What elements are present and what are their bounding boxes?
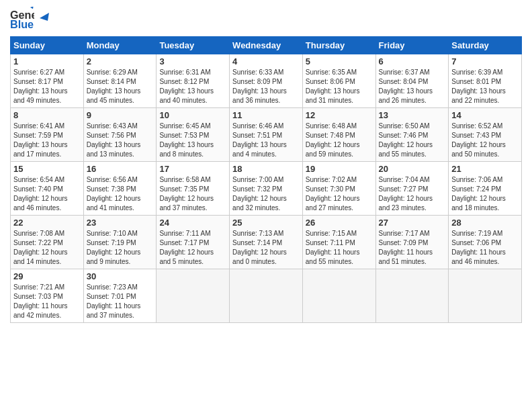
day-info: Sunrise: 6:54 AMSunset: 7:40 PMDaylight:… <box>13 175 81 213</box>
day-info: Sunrise: 6:33 AMSunset: 8:09 PMDaylight:… <box>232 68 300 105</box>
day-info: Sunrise: 7:02 AMSunset: 7:30 PMDaylight:… <box>306 175 373 213</box>
calendar-cell: 21Sunrise: 7:06 AMSunset: 7:24 PMDayligh… <box>449 162 522 216</box>
calendar-cell: 25Sunrise: 7:13 AMSunset: 7:14 PMDayligh… <box>230 216 303 269</box>
calendar-cell: 20Sunrise: 7:04 AMSunset: 7:27 PMDayligh… <box>375 162 449 216</box>
calendar-cell: 26Sunrise: 7:15 AMSunset: 7:11 PMDayligh… <box>302 216 375 269</box>
calendar-cell: 1Sunrise: 6:27 AMSunset: 8:17 PMDaylight… <box>11 54 84 108</box>
day-info: Sunrise: 7:17 AMSunset: 7:09 PMDaylight:… <box>379 229 446 267</box>
day-info: Sunrise: 6:29 AMSunset: 8:14 PMDaylight:… <box>87 68 154 105</box>
day-number: 6 <box>379 56 446 66</box>
calendar-cell: 23Sunrise: 7:10 AMSunset: 7:19 PMDayligh… <box>83 216 157 269</box>
calendar-cell: 28Sunrise: 7:19 AMSunset: 7:06 PMDayligh… <box>449 216 522 269</box>
calendar-cell: 6Sunrise: 6:37 AMSunset: 8:04 PMDaylight… <box>375 54 449 108</box>
calendar-week-1: 8Sunrise: 6:41 AMSunset: 7:59 PMDaylight… <box>11 108 522 162</box>
calendar-cell <box>230 269 303 323</box>
day-number: 3 <box>159 56 226 66</box>
calendar-cell: 4Sunrise: 6:33 AMSunset: 8:09 PMDaylight… <box>230 54 303 108</box>
day-number: 19 <box>306 164 373 174</box>
day-number: 10 <box>159 110 226 120</box>
day-info: Sunrise: 6:37 AMSunset: 8:04 PMDaylight:… <box>379 68 446 105</box>
calendar-cell <box>157 269 230 323</box>
calendar-cell: 2Sunrise: 6:29 AMSunset: 8:14 PMDaylight… <box>83 54 157 108</box>
calendar-cell: 17Sunrise: 6:58 AMSunset: 7:35 PMDayligh… <box>157 162 230 216</box>
calendar-week-0: 1Sunrise: 6:27 AMSunset: 8:17 PMDaylight… <box>11 54 522 108</box>
calendar-cell: 3Sunrise: 6:31 AMSunset: 8:12 PMDaylight… <box>157 54 230 108</box>
calendar-week-3: 22Sunrise: 7:08 AMSunset: 7:22 PMDayligh… <box>11 216 522 269</box>
calendar-cell: 8Sunrise: 6:41 AMSunset: 7:59 PMDaylight… <box>11 108 84 162</box>
day-number: 2 <box>87 56 154 66</box>
calendar-header: General Blue <box>10 7 522 31</box>
day-number: 23 <box>87 218 154 228</box>
day-info: Sunrise: 7:19 AMSunset: 7:06 PMDaylight:… <box>451 229 519 267</box>
col-header-sunday: Sunday <box>11 37 84 54</box>
calendar-cell: 22Sunrise: 7:08 AMSunset: 7:22 PMDayligh… <box>11 216 84 269</box>
logo: General Blue <box>10 7 52 31</box>
day-number: 21 <box>451 164 519 174</box>
day-number: 27 <box>379 218 446 228</box>
day-number: 12 <box>306 110 373 120</box>
calendar-cell: 16Sunrise: 6:56 AMSunset: 7:38 PMDayligh… <box>83 162 157 216</box>
calendar-week-2: 15Sunrise: 6:54 AMSunset: 7:40 PMDayligh… <box>11 162 522 216</box>
svg-marker-3 <box>40 13 49 21</box>
calendar-table: SundayMondayTuesdayWednesdayThursdayFrid… <box>10 36 522 323</box>
calendar-cell: 30Sunrise: 7:23 AMSunset: 7:01 PMDayligh… <box>83 269 157 323</box>
col-header-thursday: Thursday <box>302 37 375 54</box>
calendar-cell <box>449 269 522 323</box>
calendar-cell: 11Sunrise: 6:46 AMSunset: 7:51 PMDayligh… <box>230 108 303 162</box>
col-header-tuesday: Tuesday <box>157 37 230 54</box>
calendar-cell: 19Sunrise: 7:02 AMSunset: 7:30 PMDayligh… <box>302 162 375 216</box>
calendar-cell: 13Sunrise: 6:50 AMSunset: 7:46 PMDayligh… <box>375 108 449 162</box>
day-info: Sunrise: 6:41 AMSunset: 7:59 PMDaylight:… <box>13 122 81 159</box>
day-number: 29 <box>13 271 81 281</box>
day-number: 20 <box>379 164 446 174</box>
day-number: 30 <box>87 271 154 281</box>
day-info: Sunrise: 6:50 AMSunset: 7:46 PMDaylight:… <box>379 122 446 159</box>
day-info: Sunrise: 7:21 AMSunset: 7:03 PMDaylight:… <box>13 283 81 320</box>
svg-text:Blue: Blue <box>10 18 34 30</box>
calendar-cell: 14Sunrise: 6:52 AMSunset: 7:43 PMDayligh… <box>449 108 522 162</box>
calendar-cell: 9Sunrise: 6:43 AMSunset: 7:56 PMDaylight… <box>83 108 157 162</box>
day-number: 22 <box>13 218 81 228</box>
calendar-cell: 12Sunrise: 6:48 AMSunset: 7:48 PMDayligh… <box>302 108 375 162</box>
calendar-cell <box>375 269 449 323</box>
day-number: 18 <box>232 164 300 174</box>
day-info: Sunrise: 7:10 AMSunset: 7:19 PMDaylight:… <box>87 229 154 267</box>
calendar-cell: 10Sunrise: 6:45 AMSunset: 7:53 PMDayligh… <box>157 108 230 162</box>
calendar-week-4: 29Sunrise: 7:21 AMSunset: 7:03 PMDayligh… <box>11 269 522 323</box>
calendar-cell <box>302 269 375 323</box>
day-info: Sunrise: 7:00 AMSunset: 7:32 PMDaylight:… <box>232 175 300 213</box>
day-info: Sunrise: 7:06 AMSunset: 7:24 PMDaylight:… <box>451 175 519 213</box>
day-number: 7 <box>451 56 519 66</box>
col-header-wednesday: Wednesday <box>230 37 303 54</box>
day-number: 16 <box>87 164 154 174</box>
calendar-cell: 5Sunrise: 6:35 AMSunset: 8:06 PMDaylight… <box>302 54 375 108</box>
day-info: Sunrise: 6:46 AMSunset: 7:51 PMDaylight:… <box>232 122 300 159</box>
day-info: Sunrise: 6:58 AMSunset: 7:35 PMDaylight:… <box>159 175 226 213</box>
day-info: Sunrise: 6:45 AMSunset: 7:53 PMDaylight:… <box>159 122 226 159</box>
calendar-cell: 7Sunrise: 6:39 AMSunset: 8:01 PMDaylight… <box>449 54 522 108</box>
day-info: Sunrise: 7:08 AMSunset: 7:22 PMDaylight:… <box>13 229 81 267</box>
calendar-cell: 15Sunrise: 6:54 AMSunset: 7:40 PMDayligh… <box>11 162 84 216</box>
day-info: Sunrise: 6:35 AMSunset: 8:06 PMDaylight:… <box>306 68 373 105</box>
day-info: Sunrise: 7:11 AMSunset: 7:17 PMDaylight:… <box>159 229 226 267</box>
col-header-saturday: Saturday <box>449 37 522 54</box>
day-info: Sunrise: 6:52 AMSunset: 7:43 PMDaylight:… <box>451 122 519 159</box>
day-info: Sunrise: 6:27 AMSunset: 8:17 PMDaylight:… <box>13 68 81 105</box>
calendar-header-row: SundayMondayTuesdayWednesdayThursdayFrid… <box>11 37 522 54</box>
day-info: Sunrise: 6:31 AMSunset: 8:12 PMDaylight:… <box>159 68 226 105</box>
day-info: Sunrise: 6:48 AMSunset: 7:48 PMDaylight:… <box>306 122 373 159</box>
day-info: Sunrise: 6:43 AMSunset: 7:56 PMDaylight:… <box>87 122 154 159</box>
day-info: Sunrise: 7:15 AMSunset: 7:11 PMDaylight:… <box>306 229 373 267</box>
day-number: 9 <box>87 110 154 120</box>
day-number: 15 <box>13 164 81 174</box>
day-number: 26 <box>306 218 373 228</box>
day-number: 14 <box>451 110 519 120</box>
day-number: 24 <box>159 218 226 228</box>
day-number: 5 <box>306 56 373 66</box>
calendar-cell: 24Sunrise: 7:11 AMSunset: 7:17 PMDayligh… <box>157 216 230 269</box>
calendar-cell: 18Sunrise: 7:00 AMSunset: 7:32 PMDayligh… <box>230 162 303 216</box>
day-number: 8 <box>13 110 81 120</box>
logo-icon: General Blue <box>10 7 34 31</box>
day-number: 11 <box>232 110 300 120</box>
logo-arrow-icon <box>37 9 52 24</box>
